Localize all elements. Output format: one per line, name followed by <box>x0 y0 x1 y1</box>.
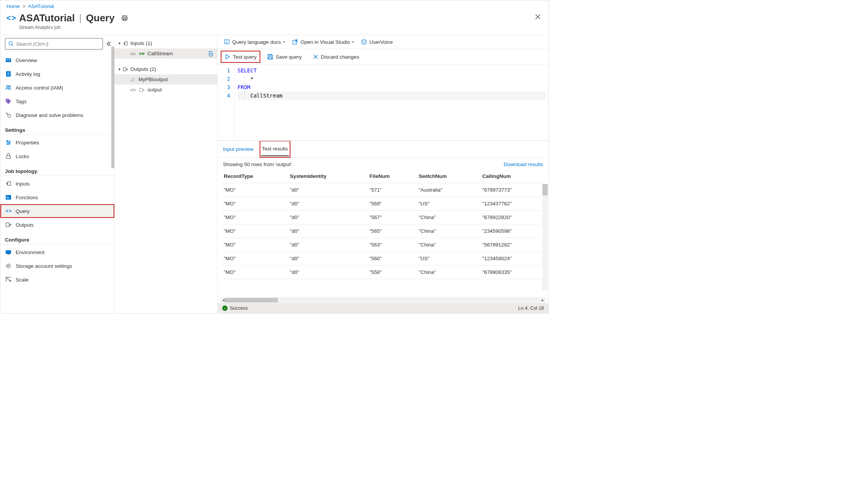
code-text: * <box>237 76 253 82</box>
svg-rect-1 <box>122 17 127 19</box>
table-column-header[interactable]: SwitchNum <box>415 170 479 183</box>
table-row[interactable]: "MO""d0""571""Australia""678973773" <box>221 183 545 197</box>
table-column-header[interactable]: CallingNum <box>479 170 545 183</box>
table-cell: "571" <box>366 183 415 197</box>
input-item-callstream[interactable]: </> CallStream <box>115 48 217 59</box>
save-query-button[interactable]: Save query <box>265 52 304 61</box>
collapse-sidebar-icon[interactable] <box>106 41 111 46</box>
table-cell: "MO" <box>221 266 287 279</box>
nav-storage-settings[interactable]: Storage account settings <box>0 259 114 273</box>
io-item-label: MyPBIoutput <box>138 77 168 82</box>
table-column-header[interactable]: FileNum <box>366 170 415 183</box>
line-number-gutter: 1234 <box>218 65 234 140</box>
code-editor[interactable]: 1234 SELECT * FROM CallStream <box>218 64 548 141</box>
table-horizontal-scrollbar[interactable]: ◄ ► <box>221 297 545 303</box>
results-table-container[interactable]: RecordTypeSystemIdentityFileNumSwitchNum… <box>218 170 548 297</box>
table-cell: "558" <box>366 266 415 279</box>
output-item-mypbioutput[interactable]: MyPBIoutput <box>115 74 217 85</box>
nav-activity-log[interactable]: Activity log <box>0 67 114 81</box>
locks-icon <box>5 153 12 159</box>
uservoice-link[interactable]: UserVoice <box>361 39 393 45</box>
table-row[interactable]: "MO""d0""558""China""678908335" <box>221 266 545 279</box>
nav-environment[interactable]: Environment <box>0 245 114 259</box>
table-cell: "678922820" <box>479 211 545 224</box>
table-column-header[interactable]: SystemIdentity <box>287 170 366 183</box>
nav-label: Locks <box>16 154 29 159</box>
iam-icon <box>5 85 12 91</box>
nav-diagnose[interactable]: Diagnose and solve problems <box>0 108 114 122</box>
output-item-output[interactable]: </> output <box>115 85 217 95</box>
svg-point-51 <box>361 40 366 45</box>
nav-outputs[interactable]: Outputs <box>0 218 114 232</box>
inputs-group-header[interactable]: ▾ Inputs (1) <box>115 38 217 48</box>
outputs-group-header[interactable]: ▾ Outputs (2) <box>115 64 217 74</box>
gear-icon <box>5 263 12 269</box>
svg-rect-42 <box>123 67 126 71</box>
io-item-label: output <box>148 87 162 93</box>
nav-inputs[interactable]: Inputs <box>0 177 114 190</box>
table-row[interactable]: "MO""d0""569""US""123437762" <box>221 197 545 211</box>
table-cell: "123458024" <box>479 252 545 266</box>
title-main: ASATutorial <box>19 12 75 24</box>
overview-icon <box>5 57 12 63</box>
resource-type-icon: < > <box>6 14 15 22</box>
save-icon <box>267 54 273 60</box>
document-icon[interactable] <box>208 51 213 56</box>
print-icon[interactable] <box>122 15 128 21</box>
io-item-label: CallStream <box>148 51 173 56</box>
table-vertical-scrollbar[interactable] <box>542 184 548 290</box>
nav-access-control[interactable]: Access control (IAM) <box>0 81 114 94</box>
page-header: < > ASATutorial | Query Stream Analytics… <box>0 11 548 35</box>
breadcrumb-resource[interactable]: ASATutorial <box>28 3 54 9</box>
search-box[interactable] <box>5 38 103 50</box>
table-column-header[interactable]: RecordType <box>221 170 287 183</box>
svg-point-12 <box>6 86 8 88</box>
scroll-right-arrow[interactable]: ► <box>540 297 545 303</box>
output-icon <box>139 87 144 93</box>
link-label: Query language docs <box>232 39 281 45</box>
nav-locks[interactable]: Locks <box>0 149 114 163</box>
editor-toolbar: Test query Save query Discard changes <box>218 49 548 64</box>
table-row[interactable]: "MO""d0""563""China""567891282" <box>221 238 545 252</box>
environment-icon <box>5 249 12 255</box>
nav-query[interactable]: < > Query <box>0 204 114 218</box>
breadcrumb-separator: > <box>22 3 26 9</box>
chevron-down-icon: ▾ <box>283 40 285 44</box>
table-cell: "d0" <box>287 183 366 197</box>
svg-point-22 <box>9 142 10 143</box>
nav-scale[interactable]: Scale <box>0 273 114 286</box>
results-showing-text: Showing 50 rows from 'output'. <box>223 162 293 167</box>
sidebar-scrollbar[interactable] <box>111 46 114 168</box>
table-row[interactable]: "MO""d0""567""China""678922820" <box>221 211 545 224</box>
table-cell: "MO" <box>221 197 287 211</box>
table-cell: "MO" <box>221 211 287 224</box>
nav-properties[interactable]: Properties <box>0 136 114 149</box>
status-bar: ✓ Success Ln 4, Col 18 <box>218 303 548 313</box>
tab-input-preview[interactable]: Input preview <box>222 142 254 156</box>
table-cell: "567891282" <box>479 238 545 252</box>
discard-changes-button[interactable]: Discard changes <box>310 52 362 61</box>
test-query-button[interactable]: Test query <box>222 52 259 61</box>
nav-label: Functions <box>16 195 38 200</box>
table-cell: "678908335" <box>479 266 545 279</box>
table-cell: "d0" <box>287 211 366 224</box>
button-label: Save query <box>276 54 302 60</box>
breadcrumb-home[interactable]: Home <box>6 3 20 9</box>
svg-rect-56 <box>269 57 272 59</box>
query-language-docs-link[interactable]: Query language docs ▾ <box>224 39 285 45</box>
close-button[interactable] <box>535 14 541 20</box>
svg-rect-39 <box>143 53 144 54</box>
open-in-vs-link[interactable]: Open in Visual Studio ▾ <box>292 39 354 45</box>
nav-functions[interactable]: fx Functions <box>0 190 114 204</box>
svg-marker-54 <box>226 54 229 59</box>
search-input[interactable] <box>16 41 99 47</box>
table-row[interactable]: "MO""d0""565""China""234590598" <box>221 224 545 238</box>
nav-tags[interactable]: Tags <box>0 94 114 108</box>
download-results-link[interactable]: Download results <box>504 162 543 167</box>
code-body[interactable]: SELECT * FROM CallStream <box>234 65 548 140</box>
tags-icon <box>5 98 12 104</box>
table-cell: "China" <box>415 211 479 224</box>
tab-test-results[interactable]: Test results <box>261 142 289 156</box>
table-row[interactable]: "MO""d0""560""US""123458024" <box>221 252 545 266</box>
nav-overview[interactable]: Overview <box>0 53 114 67</box>
